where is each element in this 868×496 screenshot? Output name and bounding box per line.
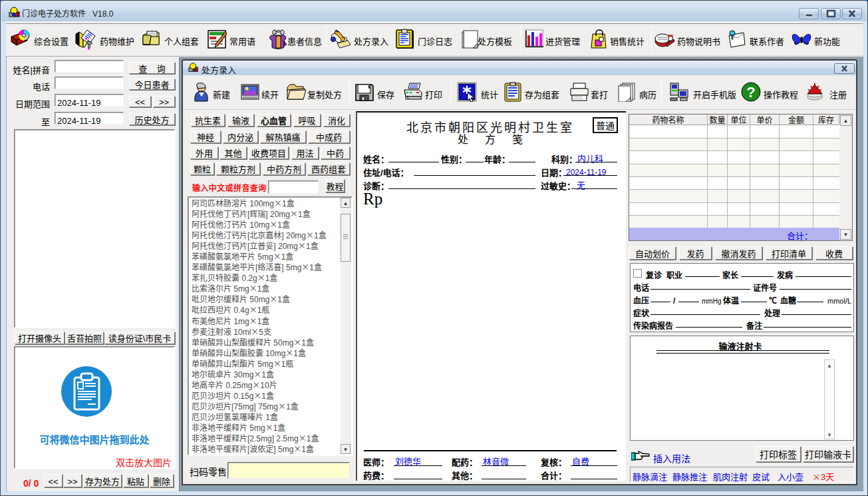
svg-text:?: ?: [746, 84, 755, 101]
